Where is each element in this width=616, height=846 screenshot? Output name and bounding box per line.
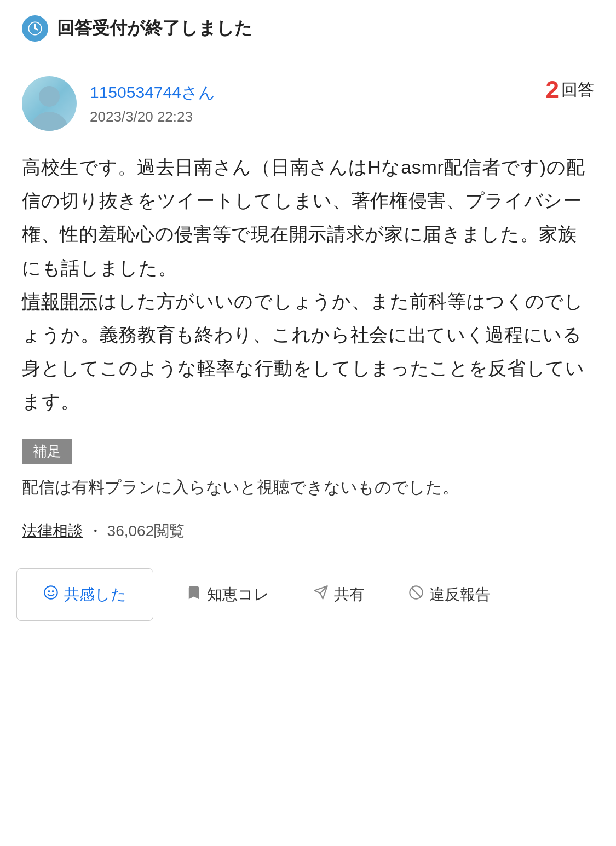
user-left: 1150534744さん 2023/3/20 22:23 — [22, 76, 215, 131]
username[interactable]: 1150534744さん — [90, 82, 215, 104]
timestamp: 2023/3/20 22:23 — [90, 108, 215, 125]
bookmark-label: 知恵コレ — [207, 584, 269, 605]
report-icon — [408, 585, 424, 604]
avatar — [22, 76, 77, 131]
sympathy-button[interactable]: 共感した — [16, 568, 153, 621]
svg-point-2 — [44, 586, 57, 598]
answer-number: 2 — [546, 76, 559, 103]
svg-line-6 — [412, 588, 421, 597]
answer-count: 2 回答 — [546, 76, 594, 103]
category-link[interactable]: 法律相談 — [22, 522, 83, 539]
answer-label: 回答 — [561, 79, 594, 101]
views-count: 36,062閲覧 — [107, 522, 185, 539]
report-label: 違反報告 — [429, 584, 491, 605]
question-body: 高校生です。過去日南さん（日南さんはHなasmr配信者です)の配信の切り抜きをツ… — [22, 151, 594, 419]
supplement-text: 配信は有料プランに入らないと視聴できないものでした。 — [22, 473, 594, 501]
user-info-row: 1150534744さん 2023/3/20 22:23 2 回答 — [22, 76, 594, 131]
svg-point-4 — [52, 590, 54, 592]
status-text: 回答受付が終了しました — [57, 16, 252, 41]
share-label: 共有 — [334, 584, 365, 605]
bookmark-icon — [186, 585, 202, 604]
supplement-section: 補足 配信は有料プランに入らないと視聴できないものでした。 — [22, 439, 594, 501]
status-bar: 回答受付が終了しました — [0, 0, 616, 54]
supplement-badge: 補足 — [22, 439, 72, 464]
user-details: 1150534744さん 2023/3/20 22:23 — [90, 82, 215, 125]
sympathy-icon — [43, 585, 59, 604]
category-views: 法律相談 ・ 36,062閲覧 — [22, 521, 594, 542]
report-button[interactable]: 違反報告 — [389, 569, 510, 620]
question-section: 1150534744さん 2023/3/20 22:23 2 回答 高校生です。… — [0, 54, 616, 542]
sympathy-label: 共感した — [64, 584, 126, 605]
share-button[interactable]: 共有 — [293, 569, 384, 620]
share-icon — [313, 585, 329, 604]
action-buttons-row: 共感した 知恵コレ 共有 違反報告 — [0, 557, 616, 632]
status-icon — [22, 15, 48, 42]
dashed-underline-text: 情報開示 — [22, 291, 98, 312]
svg-point-3 — [48, 590, 50, 592]
category-separator: ・ — [88, 522, 103, 539]
bookmark-button[interactable]: 知恵コレ — [166, 569, 289, 620]
